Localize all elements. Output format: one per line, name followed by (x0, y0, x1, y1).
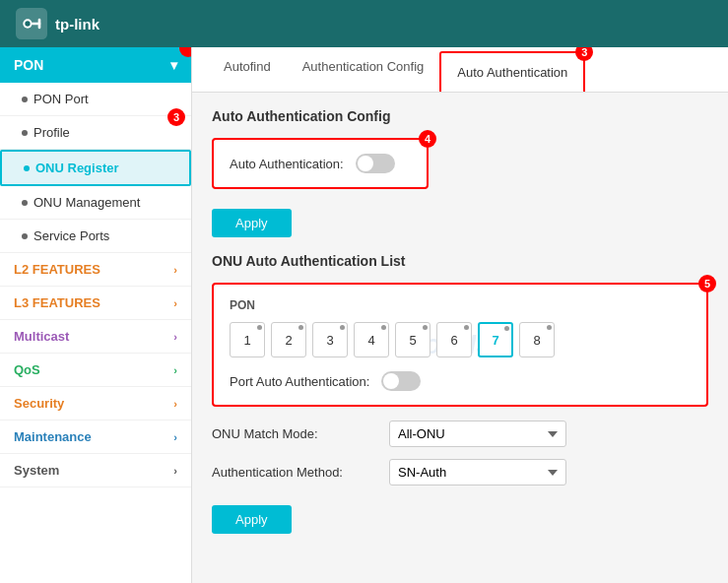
port-auth-toggle[interactable] (381, 371, 421, 391)
tp-link-logo-icon (16, 8, 47, 39)
sidebar-item-l2-features[interactable]: L2 FEATURES › (0, 253, 191, 287)
port-btn-7[interactable]: 7 (478, 322, 513, 357)
sidebar-section-label: L3 FEATURES (14, 295, 100, 310)
sidebar-section-label: QoS (14, 362, 40, 377)
sidebar: PON ▾ PON Port Profile 3 ONU Register ON… (0, 47, 192, 583)
port-btn-5[interactable]: 5 (395, 322, 430, 357)
port-btn-1[interactable]: 1 (230, 322, 265, 357)
tab-label: Authentication Config (302, 59, 425, 74)
auth-method-select-wrapper: SN-Auth Password-Auth SN+Password-Auth (389, 459, 566, 486)
auto-auth-config-title: Auto Authentication Config (212, 108, 708, 124)
onu-auth-section: ONU Auto Authentication List ForoISP 5 P… (212, 253, 708, 534)
onu-auth-list-title: ONU Auto Authentication List (212, 253, 708, 269)
port-auth-label: Port Auto Authentication: (230, 374, 369, 389)
onu-match-row: ONU Match Mode: All-ONU SN Password SN+P… (212, 421, 708, 447)
port-number: 6 (450, 333, 457, 348)
badge-3: 3 (575, 47, 593, 61)
sidebar-section-label: Maintenance (14, 429, 92, 444)
tab-auto-auth[interactable]: Auto Authentication 3 (439, 51, 585, 92)
dot-icon (22, 233, 28, 239)
port-btn-4[interactable]: 4 (354, 322, 389, 357)
port-number: 3 (326, 333, 333, 348)
sidebar-section-label: L2 FEATURES (14, 262, 100, 277)
onu-match-select[interactable]: All-ONU SN Password SN+Password (389, 421, 566, 447)
dot-icon (22, 200, 28, 206)
badge-4: 4 (419, 130, 436, 148)
auth-method-row: Authentication Method: SN-Auth Password-… (212, 459, 708, 486)
sidebar-item-system[interactable]: System › (0, 454, 191, 487)
auto-auth-label: Auto Authentication: (230, 157, 344, 171)
apply-button-2[interactable]: Apply (212, 505, 292, 534)
port-btn-3[interactable]: 3 (312, 322, 348, 357)
tab-label: Auto Authentication (457, 65, 567, 80)
auto-auth-config-box: 4 Auto Authentication: (212, 138, 429, 189)
sidebar-item-qos[interactable]: QoS › (0, 354, 191, 387)
svg-point-2 (25, 21, 30, 26)
port-number: 2 (285, 333, 292, 348)
pon-label: PON (230, 298, 691, 312)
chevron-right-icon: › (173, 364, 177, 376)
badge-1 (179, 47, 192, 57)
chevron-right-icon: › (173, 297, 177, 309)
sidebar-item-label: ONU Register (35, 161, 119, 175)
header: tp-link (0, 0, 728, 47)
pon-label: PON (14, 57, 43, 73)
sidebar-item-profile[interactable]: Profile 3 (0, 116, 191, 150)
sidebar-item-onu-register[interactable]: ONU Register (0, 150, 191, 186)
port-btn-6[interactable]: 6 (436, 322, 472, 357)
port-dot-icon (340, 325, 345, 330)
sidebar-section-label: System (14, 463, 59, 478)
chevron-right-icon: › (173, 264, 177, 276)
port-number: 5 (409, 333, 416, 348)
main-layout: PON ▾ PON Port Profile 3 ONU Register ON… (0, 47, 728, 583)
sidebar-item-pon-port[interactable]: PON Port (0, 83, 191, 116)
port-dot-icon (257, 325, 262, 330)
port-number: 1 (243, 333, 250, 348)
content-area: Autofind Authentication Config Auto Auth… (192, 47, 728, 583)
pon-dropdown[interactable]: PON ▾ (0, 47, 191, 83)
sidebar-item-onu-management[interactable]: ONU Management (0, 186, 191, 220)
sidebar-item-service-ports[interactable]: Service Ports (0, 220, 191, 253)
sidebar-item-label: PON Port (33, 92, 89, 106)
sidebar-item-label: ONU Management (33, 195, 140, 210)
auto-auth-row: Auto Authentication: (230, 154, 411, 173)
auth-method-select[interactable]: SN-Auth Password-Auth SN+Password-Auth (389, 459, 566, 486)
sidebar-section-label: Security (14, 396, 64, 411)
port-number: 7 (492, 333, 498, 348)
dot-icon (22, 130, 28, 136)
sidebar-item-l3-features[interactable]: L3 FEATURES › (0, 287, 191, 320)
onu-match-select-wrapper: All-ONU SN Password SN+Password (389, 421, 566, 447)
port-buttons-group: 1 2 3 4 (230, 322, 691, 357)
sidebar-item-security[interactable]: Security › (0, 387, 191, 421)
chevron-right-icon: › (173, 465, 177, 477)
pon-chevron-icon: ▾ (170, 57, 177, 73)
port-dot-icon (423, 325, 428, 330)
port-dot-icon (381, 325, 386, 330)
port-dot-icon (504, 326, 509, 331)
tab-autofind[interactable]: Autofind (208, 47, 287, 92)
port-btn-8[interactable]: 8 (519, 322, 555, 357)
onu-match-label: ONU Match Mode: (212, 426, 389, 441)
auto-auth-toggle[interactable] (356, 154, 395, 173)
auth-method-label: Authentication Method: (212, 465, 389, 480)
tab-auth-config[interactable]: Authentication Config (287, 47, 440, 92)
svg-rect-4 (38, 19, 41, 30)
sidebar-item-maintenance[interactable]: Maintenance › (0, 421, 191, 454)
logo-text: tp-link (55, 16, 99, 32)
port-number: 8 (533, 333, 540, 348)
chevron-right-icon: › (173, 398, 177, 410)
port-dot-icon (298, 325, 303, 330)
main-panel: Auto Authentication Config 4 Auto Authen… (192, 93, 728, 550)
badge-5: 5 (698, 275, 716, 292)
tab-bar: Autofind Authentication Config Auto Auth… (192, 47, 728, 93)
tab-label: Autofind (224, 59, 271, 74)
port-dot-icon (464, 325, 469, 330)
port-number: 4 (367, 333, 374, 348)
sidebar-section-label: Multicast (14, 329, 69, 344)
badge-2: 3 (167, 108, 185, 126)
apply-button-1[interactable]: Apply (212, 209, 292, 237)
sidebar-item-multicast[interactable]: Multicast › (0, 320, 191, 354)
port-btn-2[interactable]: 2 (271, 322, 306, 357)
port-auth-row: Port Auto Authentication: (230, 371, 691, 391)
chevron-right-icon: › (173, 331, 177, 343)
